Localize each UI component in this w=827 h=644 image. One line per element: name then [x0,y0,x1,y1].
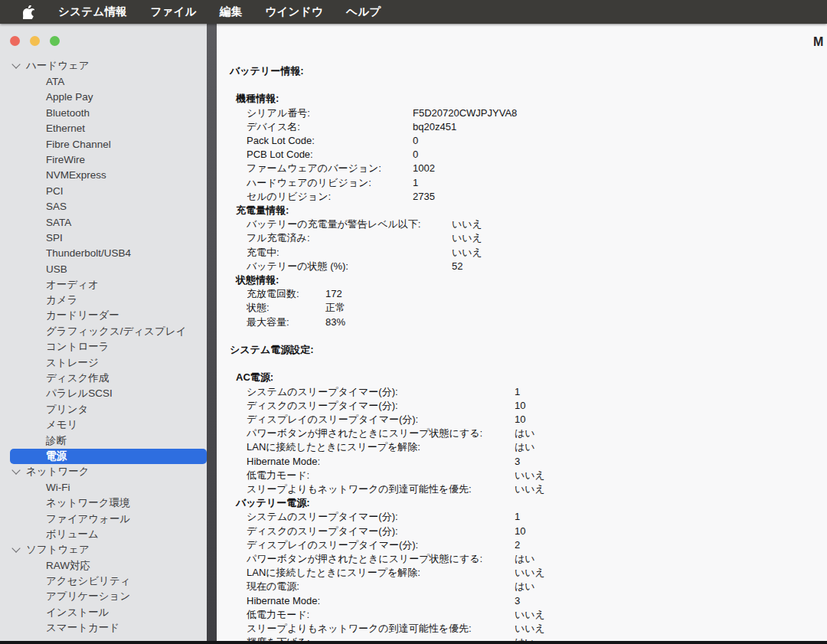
sidebar-label: アクセシビリティ [46,574,131,588]
chevron-down-icon[interactable] [11,60,20,69]
sidebar-label: PCI [46,185,64,197]
report-row-label: システムのスリープタイマー(分): [247,385,510,399]
report-row-value: はい [510,552,535,566]
sidebar-section-0[interactable]: ハードウェア [0,58,207,74]
chevron-down-icon[interactable] [11,466,20,475]
report-row: スリープよりもネットワークの到達可能性を優先:いいえ [217,482,827,496]
sidebar-label: カードリーダー [46,309,119,322]
sidebar-label: Ethernet [46,123,85,134]
report-row-value: 2 [510,538,520,552]
sidebar-item-14[interactable]: オーディオ [0,276,207,292]
sidebar-item-12[interactable]: Thunderbolt/USB4 [0,246,207,261]
report-row-label: バッテリーの状態 (%): [247,260,447,273]
sidebar-item-1[interactable]: ATA [0,74,207,89]
report-row-label: シリアル番号: [247,106,408,120]
sidebar-item-25[interactable]: 電源 [10,449,207,464]
close-button[interactable] [10,36,20,46]
report-row-value: 0 [408,134,418,148]
sidebar-label: SPI [46,232,63,244]
report-row-label: ディスプレイのスリープタイマー(分): [247,538,510,552]
sidebar-item-4[interactable]: Ethernet [0,121,207,136]
sidebar-item-21[interactable]: パラレルSCSI [0,386,207,401]
report-row-label: パワーボタンが押されたときにスリープ状態にする: [247,427,510,440]
sidebar-item-19[interactable]: ストレージ [0,355,207,370]
report-row: 充電中:いいえ [217,246,827,260]
sidebar-item-20[interactable]: ディスク作成 [0,371,207,386]
report-section-header: 機種情報: [217,92,827,106]
sidebar-item-7[interactable]: NVMExpress [0,168,207,183]
sidebar-item-30[interactable]: ボリューム [0,527,207,542]
report-row: 低電力モード:いいえ [217,608,827,622]
sidebar-item-3[interactable]: Bluetooth [0,105,207,120]
sidebar-item-29[interactable]: ファイアウォール [0,511,207,526]
sidebar-label: ATA [46,76,64,87]
pane-divider[interactable] [207,24,217,644]
minimize-button[interactable] [30,36,40,46]
sidebar-item-32[interactable]: RAW対応 [0,558,207,574]
sidebar-item-16[interactable]: カードリーダー [0,308,207,323]
report-row-label: 低電力モード: [247,608,510,622]
sidebar-section-26[interactable]: ネットワーク [0,464,207,479]
sidebar-item-35[interactable]: インストール [0,605,207,620]
sidebar-label: Wi-Fi [46,482,70,493]
sidebar-item-34[interactable]: アプリケーション [0,589,207,604]
sidebar-item-15[interactable]: カメラ [0,293,207,308]
menu-item-3[interactable]: ウインドウ [265,5,323,19]
report-row-label: バッテリーの充電量が警告レベル以下: [247,217,447,231]
sidebar-item-28[interactable]: ネットワーク環境 [0,495,207,511]
report-row-value: 1 [408,176,418,190]
menu-item-1[interactable]: ファイル [150,5,197,19]
sidebar-item-22[interactable]: プリンタ [0,402,207,417]
report-row-value: 52 [447,260,463,273]
report-row-label: PCB Lot Code: [247,148,408,162]
system-information-window: ハードウェアATAApple PayBluetoothEthernetFibre… [0,24,827,644]
sidebar-item-11[interactable]: SPI [0,230,207,245]
sidebar-label: スマートカード [46,621,119,635]
report-row-label: 状態: [247,301,321,315]
sidebar-label: ネットワーク [26,465,90,479]
sidebar-item-13[interactable]: USB [0,261,207,276]
sidebar-item-36[interactable]: スマートカード [0,620,207,636]
sidebar-section-31[interactable]: ソフトウェア [0,542,207,557]
report-row-label: Pack Lot Code: [247,134,408,148]
screen-bottom-edge [0,641,827,644]
report-row-value: はい [510,427,535,440]
report-row: ディスクのスリープタイマー(分):10 [217,525,827,538]
report-row: 現在の電源:はい [217,580,827,593]
sidebar-label: プリンタ [46,403,88,417]
sidebar-label: ストレージ [46,356,99,370]
sidebar-item-33[interactable]: アクセシビリティ [0,574,207,589]
sidebar-label: 診断 [46,434,67,448]
zoom-button[interactable] [50,36,60,46]
menu-item-2[interactable]: 編集 [220,5,243,19]
sidebar-label: Fibre Channel [46,139,111,150]
chevron-down-icon[interactable] [11,544,20,553]
sidebar-item-6[interactable]: FireWire [0,152,207,167]
sidebar-item-9[interactable]: SAS [0,199,207,214]
report-row-label: 充放電回数: [247,287,321,301]
report-row-value: 3 [510,455,520,469]
report-row: シリアル番号:F5D20720CWJPJYVA8 [217,106,827,120]
sidebar-item-24[interactable]: 診断 [0,433,207,448]
report-row-value: 172 [321,287,342,301]
battery-report: バッテリー情報:機種情報:シリアル番号:F5D20720CWJPJYVA8デバイ… [217,64,827,644]
sidebar-item-5[interactable]: Fibre Channel [0,136,207,152]
report-row-value: いいえ [447,246,482,260]
report-row-value: はい [510,440,535,454]
report-row-label: スリープよりもネットワークの到達可能性を優先: [247,482,510,496]
sidebar-item-10[interactable]: SATA [0,214,207,230]
report-row: LANに接続したときにスリープを解除:いいえ [217,566,827,580]
sidebar-item-27[interactable]: Wi-Fi [0,480,207,495]
sidebar-item-8[interactable]: PCI [0,183,207,198]
report-row-value: 10 [510,525,525,538]
sidebar-item-23[interactable]: メモリ [0,417,207,433]
report-row-label: 低電力モード: [247,469,510,482]
sidebar-item-18[interactable]: コントローラ [0,339,207,355]
apple-menu-icon[interactable] [23,5,35,19]
sidebar-item-17[interactable]: グラフィックス/ディスプレイ [0,324,207,339]
blank-line [217,357,827,371]
menu-item-0[interactable]: システム情報 [58,5,127,19]
blank-line [217,78,827,92]
menu-item-4[interactable]: ヘルプ [346,5,381,19]
sidebar-item-2[interactable]: Apple Pay [0,90,207,105]
